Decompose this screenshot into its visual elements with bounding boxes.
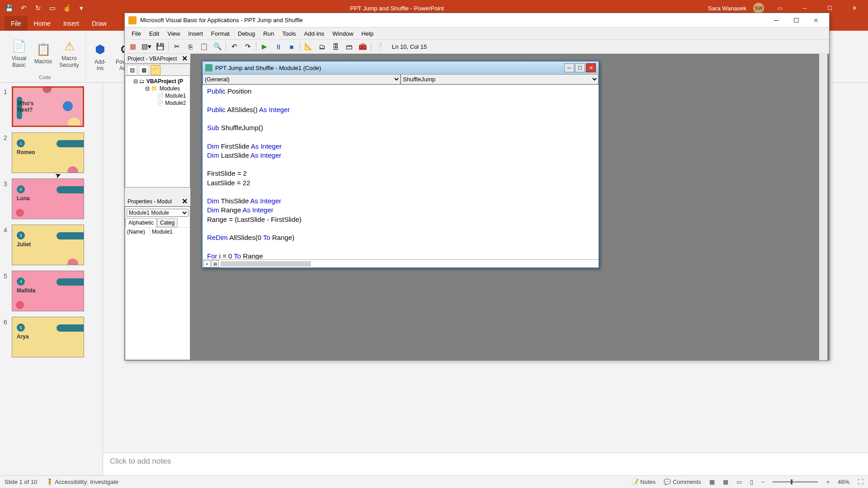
save-icon[interactable]: 💾 [5,4,14,13]
properties-pane-title[interactable]: Properties - Modul ✕ [125,197,190,206]
project-tree[interactable]: ⊟ 🗂 VBAProject (P ⊟ 📁 Modules 📄 Module1 … [125,75,190,188]
project-pane-title[interactable]: Project - VBAProject ✕ [125,54,190,64]
fit-to-window-icon[interactable]: ⛶ [858,479,863,485]
notes-pane[interactable]: Click to add notes [103,453,868,475]
tab-file[interactable]: File [5,16,28,31]
qat-dropdown-icon[interactable]: ▾ [77,4,86,13]
tree-module2[interactable]: 📄 Module2 [127,99,188,107]
props-tab-alphabetic[interactable]: Alphabetic [125,218,157,227]
procedure-view-icon[interactable]: ≡ [203,260,211,267]
slide-thumb-4[interactable]: 3 Juliet [12,225,84,265]
addins-icon: ⬢ [92,42,108,58]
slide-thumb-6[interactable]: 5 Arya [12,317,84,357]
insert-module-icon[interactable]: ▤▾ [141,41,152,52]
paste-icon[interactable]: 📋 [198,41,209,52]
view-slideshow-icon[interactable]: ▯ [750,479,753,485]
redo-icon[interactable]: ↻ [33,4,42,13]
zoom-level[interactable]: 46% [838,479,849,485]
toggle-folders-icon[interactable]: 📁 [151,65,160,75]
help-icon[interactable]: ❔ [374,41,385,52]
menu-edit[interactable]: Edit [145,29,163,38]
run-icon[interactable]: ▶ [259,41,270,52]
slide-thumb-3[interactable]: 2 Luna [12,178,84,219]
slide-counter: Slide 1 of 10 [5,479,37,485]
design-icon[interactable]: 📐 [303,41,314,52]
menu-tools[interactable]: Tools [278,29,300,38]
redo-icon[interactable]: ↷ [242,41,253,52]
vba-minimize-icon[interactable]: ─ [767,14,786,27]
view-ppt-icon[interactable]: ▦ [127,41,138,52]
slideshow-icon[interactable]: ▭ [48,4,57,13]
code-maximize-icon[interactable]: ☐ [575,63,585,72]
code-editor[interactable]: Public Position Public AllSlides() As In… [203,85,599,259]
comments-toggle[interactable]: 💬 Comments [664,479,701,485]
menu-run[interactable]: Run [259,29,278,38]
menu-insert[interactable]: Insert [184,29,207,38]
vba-maximize-icon[interactable]: ☐ [787,14,806,27]
properties-icon[interactable]: 🗄 [330,41,341,52]
view-reading-icon[interactable]: ▭ [736,479,742,485]
zoom-out-icon[interactable]: − [761,479,765,485]
view-code-icon[interactable]: ▤ [127,65,137,75]
view-normal-icon[interactable]: ▦ [709,479,715,485]
zoom-in-icon[interactable]: + [826,479,830,485]
visual-basic-button[interactable]: 📄 Visual Basic [8,33,30,73]
vba-close-icon[interactable]: ✕ [807,14,826,27]
property-value[interactable]: Module1 [150,228,175,236]
slide-thumb-1[interactable]: Who's Next? [12,86,84,127]
find-icon[interactable]: 🔍 [212,41,223,52]
properties-pane-close-icon[interactable]: ✕ [182,197,188,206]
menu-format[interactable]: Format [207,29,234,38]
tab-draw[interactable]: Draw [85,16,113,31]
props-tab-categorized[interactable]: Categ [157,218,178,227]
copy-icon[interactable]: ⎘ [185,41,196,52]
project-pane-close-icon[interactable]: ✕ [182,54,188,63]
slide-thumb-2[interactable]: 1 Romeo [12,132,84,173]
vertical-scrollbar[interactable] [819,54,827,360]
toolbox-icon[interactable]: 🧰 [357,41,368,52]
object-dropdown[interactable]: (General) [203,74,401,84]
warning-icon: ⚠ [61,38,77,54]
save-icon[interactable]: 💾 [155,41,165,52]
undo-icon[interactable]: ↶ [229,41,240,52]
object-browser-icon[interactable]: 🗃 [344,41,354,52]
menu-help[interactable]: Help [358,29,378,38]
slide-item: 5 4 Maltida [4,271,99,311]
menu-debug[interactable]: Debug [234,29,259,38]
properties-object-select[interactable]: Module1 Module [127,209,189,217]
notes-toggle[interactable]: 📝 Notes [632,479,656,485]
tree-module1[interactable]: 📄 Module1 [127,92,188,99]
slide-panel[interactable]: 1 Who's Next? 2 1 Romeo 3 2 Luna 4 3 [0,83,103,475]
avatar[interactable]: SW [753,3,764,14]
project-explorer-icon[interactable]: 🗂 [316,41,327,52]
macro-security-button[interactable]: ⚠ Macro Security [57,33,81,73]
macros-button[interactable]: 📋 Macros [32,33,55,73]
tab-insert[interactable]: Insert [57,16,85,31]
zoom-slider[interactable] [773,481,818,483]
menu-view[interactable]: View [163,29,184,38]
menu-addins[interactable]: Add-Ins [300,29,329,38]
touch-icon[interactable]: ☝ [62,4,71,13]
cut-icon[interactable]: ✂ [171,41,182,52]
horizontal-scrollbar[interactable] [221,261,311,267]
view-object-icon[interactable]: ▦ [139,65,149,75]
undo-icon[interactable]: ↶ [19,4,28,13]
slide-thumb-5[interactable]: 4 Maltida [12,271,84,311]
code-minimize-icon[interactable]: ─ [564,63,574,72]
properties-pane: Module1 Module Alphabetic Categ (Name) M… [125,206,190,360]
code-titlebar[interactable]: PPT Jump and Shuffle - Module1 (Code) ─ … [203,61,599,74]
full-module-view-icon[interactable]: ▤ [212,260,219,267]
procedure-dropdown[interactable]: ShuffleJump [401,74,599,84]
tab-home[interactable]: Home [28,16,57,31]
vba-titlebar[interactable]: Microsoft Visual Basic for Applications … [125,13,829,28]
stop-icon[interactable]: ■ [286,41,297,52]
accessibility-status[interactable]: 🧍 Accessibility: Investigate [46,479,118,485]
menu-file[interactable]: File [127,29,145,38]
addins-button[interactable]: ⬢ Add- ins [90,33,111,80]
view-sorter-icon[interactable]: ▦ [723,479,728,485]
code-window: PPT Jump and Shuffle - Module1 (Code) ─ … [202,61,599,268]
pause-icon[interactable]: ⏸ [273,41,283,52]
close-icon[interactable]: ✕ [845,1,863,15]
code-close-icon[interactable]: ✕ [586,63,596,72]
menu-window[interactable]: Window [328,29,357,38]
